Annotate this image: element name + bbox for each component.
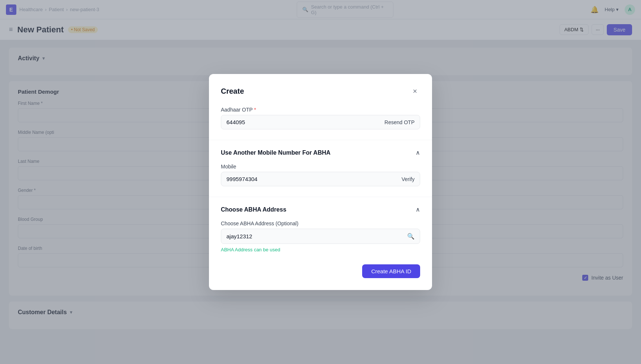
mobile-section-body: Mobile Verify xyxy=(221,164,420,186)
section-divider-1 xyxy=(209,140,432,140)
create-abha-button[interactable]: Create ABHA ID xyxy=(362,264,420,278)
aadhaar-otp-input[interactable] xyxy=(226,119,384,125)
mobile-field-wrap: Verify xyxy=(221,172,420,186)
mobile-input[interactable] xyxy=(226,176,402,182)
abha-address-section-title: Choose ABHA Address xyxy=(221,206,286,213)
abha-search-icon[interactable]: 🔍 xyxy=(407,233,415,240)
abha-available-message: ABHA Address can be used xyxy=(221,247,420,252)
verify-button[interactable]: Verify xyxy=(402,176,415,182)
abha-address-section-body: Choose ABHA Address (Optional) 🔍 ABHA Ad… xyxy=(221,220,420,252)
create-modal: Create × Aadhaar OTP * Resend OTP Use An… xyxy=(209,74,432,290)
abha-address-field-wrap: 🔍 xyxy=(221,229,420,244)
abha-address-collapse-icon[interactable]: ∧ xyxy=(416,206,420,213)
abha-address-section-header: Choose ABHA Address ∧ xyxy=(221,206,420,213)
aadhaar-otp-label-text: Aadhaar OTP xyxy=(221,107,252,113)
mobile-section-title: Use Another Mobile Number For ABHA xyxy=(221,149,331,156)
modal-header: Create × xyxy=(221,86,420,96)
aadhaar-otp-label: Aadhaar OTP * xyxy=(221,107,420,113)
section-divider-2 xyxy=(209,197,432,197)
mobile-collapse-icon[interactable]: ∧ xyxy=(416,149,420,156)
mobile-section-header: Use Another Mobile Number For ABHA ∧ xyxy=(221,149,420,156)
resend-otp-button[interactable]: Resend OTP xyxy=(384,119,415,125)
modal-title: Create xyxy=(221,87,244,96)
modal-footer: Create ABHA ID xyxy=(221,264,420,278)
close-button[interactable]: × xyxy=(410,86,420,96)
mobile-label: Mobile xyxy=(221,164,420,170)
otp-field-wrap: Resend OTP xyxy=(221,115,420,129)
aadhaar-otp-section: Aadhaar OTP * Resend OTP xyxy=(221,107,420,129)
abha-address-input[interactable] xyxy=(226,233,407,239)
abha-address-label: Choose ABHA Address (Optional) xyxy=(221,220,420,226)
aadhaar-required-marker: * xyxy=(254,107,256,113)
modal-overlay[interactable]: Create × Aadhaar OTP * Resend OTP Use An… xyxy=(0,0,641,364)
